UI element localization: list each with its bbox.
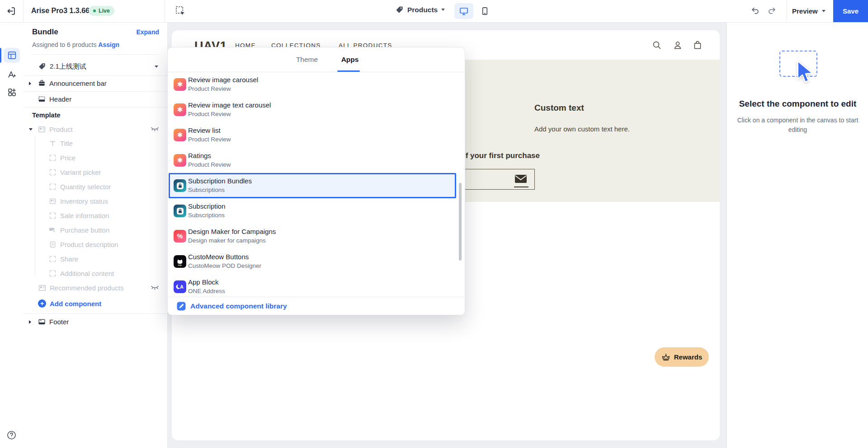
block-brackets-icon (48, 211, 57, 219)
app-row-subscription-bundles[interactable]: Subscription Bundles Subscriptions (169, 173, 456, 198)
tree-item-sale-information[interactable]: Sale information (23, 208, 167, 223)
tree-item-label: Purchase button (60, 226, 109, 234)
theme-editor-app: Arise Pro3 1.3.66 Live Products (0, 0, 868, 448)
app-row-design-maker[interactable]: % Design Maker for Campaigns Design make… (169, 224, 456, 249)
block-brackets-icon (48, 269, 57, 277)
inspector-panel: Select the component to edit Click on a … (726, 22, 868, 448)
app-name: CustoMeow Buttons (188, 253, 249, 261)
tree-item-label: Recommended products (50, 284, 123, 292)
rail-item-theme-styles[interactable] (4, 67, 20, 82)
cart-icon[interactable] (693, 40, 703, 50)
assign-link[interactable]: Assign (98, 41, 119, 48)
rail-item-sections[interactable] (4, 48, 20, 63)
preview-button[interactable]: Preview (792, 0, 826, 22)
chevron-down-icon (155, 65, 158, 68)
custom-text-body[interactable]: Add your own custom text here. (534, 125, 630, 133)
topbar: Arise Pro3 1.3.66 Live Products (0, 0, 868, 23)
bundle-selector-label: 2.1上线测试 (50, 62, 86, 71)
svg-text:A: A (180, 284, 184, 289)
product-review-app-icon: ✱ (174, 129, 186, 141)
tree-item-header[interactable]: Header (23, 91, 167, 107)
tree-item-additional-content[interactable]: Additional content (23, 266, 167, 280)
help-button[interactable] (6, 430, 17, 440)
app-developer: CustoMeow POD Designer (188, 262, 261, 269)
redo-button[interactable] (767, 6, 777, 15)
app-developer: Design maker for campaigns (188, 237, 266, 244)
desktop-view-toggle[interactable] (454, 3, 473, 19)
tree-item-label: Additional content (60, 270, 114, 277)
assigned-count-label: Assigned to 6 products (32, 41, 96, 48)
add-component-button[interactable]: + Add component (23, 296, 167, 311)
rail-item-app-blocks[interactable] (4, 85, 20, 100)
undo-button[interactable] (750, 6, 760, 15)
app-row-review-image-carousel[interactable]: ✱ Review image carousel Product Review (169, 72, 456, 97)
template-section-label: Template (32, 112, 61, 119)
app-developer: Product Review (188, 85, 231, 92)
product-review-app-icon: ✱ (174, 78, 186, 91)
plus-icon: + (38, 299, 46, 308)
tree-item-recommended-products[interactable]: Recommended products (23, 280, 167, 295)
tree-item-inventory-status[interactable]: Inventory status (23, 194, 167, 208)
eye-closed-icon[interactable] (151, 126, 159, 132)
divider (23, 107, 167, 107)
app-row-review-image-text-carousel[interactable]: ✱ Review image text carousel Product Rev… (169, 97, 456, 122)
tree-item-purchase-button[interactable]: Purchase button (23, 223, 167, 237)
app-row-customeow-buttons[interactable]: POD CustoMeow Buttons CustoMeow POD Desi… (169, 249, 456, 274)
save-button[interactable]: Save (833, 0, 868, 22)
tree-item-announcement-bar[interactable]: Announcement bar (23, 75, 167, 91)
crown-icon (661, 353, 670, 362)
app-row-app-block[interactable]: A App Block ONE Address (169, 274, 456, 297)
tree-item-quantity-selector[interactable]: Quantity selector (23, 179, 167, 194)
envelope-icon[interactable] (514, 174, 527, 183)
tab-theme[interactable]: Theme (294, 47, 320, 72)
tree-item-label: Title (60, 140, 73, 147)
tree-item-product-description[interactable]: Product description (23, 237, 167, 252)
tree-item-price[interactable]: Price (23, 150, 167, 165)
cursor-arrow-icon (796, 60, 816, 85)
exit-editor-button[interactable] (6, 6, 16, 16)
product-card-icon (38, 125, 46, 133)
rewards-button[interactable]: Rewards (655, 347, 709, 367)
block-brackets-icon (48, 168, 57, 176)
live-badge-label: Live (99, 8, 110, 14)
tag-icon (38, 62, 46, 70)
select-tool-icon[interactable] (175, 6, 186, 16)
app-developer: ONE Address (188, 288, 225, 294)
page-type-selector[interactable]: Products (395, 5, 445, 14)
chevron-right-icon[interactable] (29, 82, 35, 85)
footer-icon (38, 318, 46, 326)
advanced-library-label: Advanced component library (190, 302, 287, 310)
search-icon[interactable] (652, 40, 662, 50)
chevron-down-icon[interactable] (29, 128, 35, 131)
app-component-list: ✱ Review image carousel Product Review ✱… (168, 72, 466, 297)
live-dot-icon (93, 9, 96, 12)
scrollbar-thumb[interactable] (459, 183, 462, 261)
tree-item-title[interactable]: Title (23, 136, 167, 150)
svg-text:POD: POD (178, 265, 182, 266)
tree-item-footer[interactable]: Footer (23, 314, 167, 330)
app-row-review-list[interactable]: ✱ Review list Product Review (169, 122, 456, 148)
app-row-subscription[interactable]: Subscription Subscriptions (169, 198, 456, 224)
custom-text-title[interactable]: Custom text (534, 103, 584, 113)
product-review-app-icon: ✱ (174, 154, 186, 167)
tree-item-variant-picker[interactable]: Variant picker (23, 165, 167, 179)
account-icon[interactable] (673, 40, 683, 50)
tree-item-product[interactable]: Product (23, 122, 167, 136)
chevron-down-icon (441, 9, 445, 11)
library-icon (177, 302, 186, 311)
app-row-ratings[interactable]: ✱ Ratings Product Review (169, 148, 456, 173)
bundle-selector[interactable]: 2.1上线测试 (23, 57, 167, 75)
tree-item-label: Price (60, 154, 75, 162)
app-name: Subscription (188, 202, 226, 210)
tree-item-share[interactable]: Share (23, 252, 167, 266)
chevron-right-icon[interactable] (29, 320, 35, 324)
mobile-view-toggle[interactable] (476, 3, 493, 19)
card-icon (48, 197, 57, 205)
tab-apps[interactable]: Apps (339, 47, 361, 72)
block-brackets-icon (48, 182, 57, 191)
expand-link[interactable]: Expand (136, 28, 159, 36)
inspector-empty-title: Select the component to edit (727, 99, 868, 109)
eye-closed-icon[interactable] (151, 285, 159, 290)
advanced-library-link[interactable]: Advanced component library (168, 297, 465, 315)
app-name: App Block (188, 278, 219, 286)
